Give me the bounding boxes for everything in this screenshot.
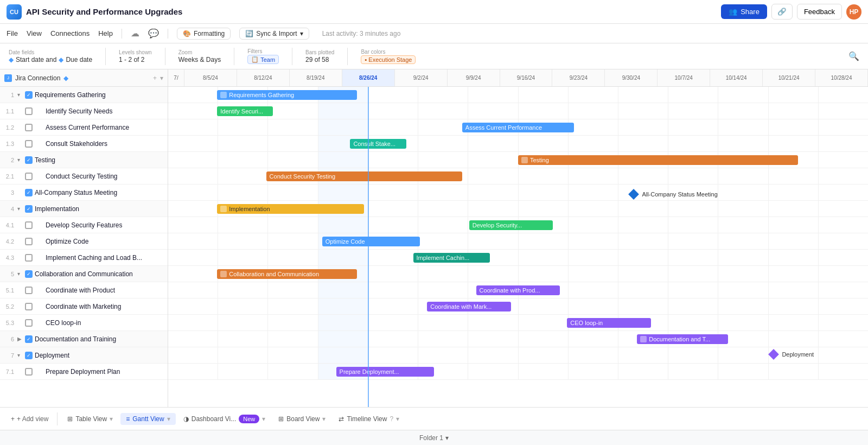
bar-ceo-loopin[interactable]: CEO loop-in	[567, 318, 651, 328]
zoom-filter[interactable]: Zoom Weeks & Days	[178, 49, 221, 63]
bar-implementation[interactable]: Implementation	[217, 204, 364, 214]
date-fields-filter[interactable]: Date fields ◆ Start date and ◆ Due date	[9, 49, 92, 63]
task-name-7-1[interactable]: Prepare Deployment Plan	[35, 368, 120, 376]
checkbox-4-1[interactable]	[25, 221, 33, 229]
checkbox-2[interactable]: ✓	[25, 156, 33, 164]
menu-divider-2	[168, 29, 168, 39]
expand-1[interactable]: ▾	[17, 92, 25, 98]
checkbox-5-3[interactable]	[25, 319, 33, 327]
date-909: 9/9/24	[448, 69, 500, 86]
today-line	[368, 87, 369, 407]
levels-filter[interactable]: Levels shown 1 - 2 of 2	[119, 49, 152, 63]
menu-view[interactable]: View	[27, 29, 42, 37]
task-name-5-3[interactable]: CEO loop-in	[35, 319, 81, 327]
menu-help[interactable]: Help	[98, 29, 113, 37]
task-row-4-1: 4.1 Develop Security Features	[0, 217, 168, 233]
expand-6[interactable]: ▶	[17, 336, 25, 342]
board-view-tab[interactable]: ⊞ Board View ▾	[273, 413, 331, 425]
sync-import-button[interactable]: 🔄 Sync & Import ▾	[239, 28, 309, 40]
checkbox-7-1[interactable]	[25, 368, 33, 376]
expand-2[interactable]: ▾	[17, 157, 25, 163]
filters-filter[interactable]: Filters 📋 Team	[247, 48, 279, 64]
link-button[interactable]: 🔗	[771, 4, 793, 20]
checkbox-7[interactable]: ✓	[25, 352, 33, 359]
expand-5[interactable]: ▾	[17, 271, 25, 277]
checkbox-4-2[interactable]	[25, 238, 33, 245]
task-name-7[interactable]: Deployment	[35, 352, 69, 359]
task-name-4-1[interactable]: Develop Security Features	[35, 221, 122, 229]
gantt-view-tab[interactable]: ≡ Gantt View ▾	[120, 413, 176, 425]
dashboard-view-tab[interactable]: ◑ Dashboard Vi... New ▾	[178, 412, 271, 425]
task-name-4[interactable]: Implementation	[35, 205, 79, 213]
date-812: 8/12/24	[237, 69, 290, 86]
checkbox-2-1[interactable]	[25, 173, 33, 180]
task-col-header: J Jira Connection ◆ + ▾	[0, 69, 168, 86]
task-name-2[interactable]: Testing	[35, 156, 55, 164]
column-settings-icon[interactable]: ▾	[160, 74, 163, 82]
checkbox-4-3[interactable]	[25, 254, 33, 262]
task-name-4-3[interactable]: Implement Caching and Load B...	[35, 254, 142, 262]
checkbox-1[interactable]: ✓	[25, 91, 33, 99]
new-badge: New	[239, 415, 259, 423]
task-name-1-1[interactable]: Identify Security Needs	[35, 107, 112, 115]
menu-connections[interactable]: Connections	[50, 29, 90, 37]
task-name-1[interactable]: Requirements Gathering	[35, 91, 106, 99]
task-name-2-1[interactable]: Conduct Security Testing	[35, 173, 118, 180]
expand-7[interactable]: ▾	[17, 352, 25, 358]
add-view-button[interactable]: + + Add view	[7, 413, 53, 425]
levels-value: 1 - 2 of 2	[119, 56, 152, 63]
expand-4[interactable]: ▾	[17, 206, 25, 212]
folder-bar[interactable]: Folder 1 ▾	[0, 430, 868, 445]
task-name-4-2[interactable]: Optimize Code	[35, 238, 88, 245]
bar-coord-marketing[interactable]: Coordinate with Mark...	[427, 302, 511, 312]
milestone-allcompany[interactable]: All-Company Status Meeting	[630, 190, 717, 198]
menu-file[interactable]: File	[7, 29, 18, 37]
checkbox-1-3[interactable]	[25, 140, 33, 148]
task-name-5-1[interactable]: Coordinate with Product	[35, 287, 115, 294]
checkbox-4[interactable]: ✓	[25, 205, 33, 213]
task-row-1-1: 1.1 Identify Security Needs	[0, 103, 168, 119]
checkbox-1-1[interactable]	[25, 107, 33, 115]
grid-row-7	[168, 185, 868, 201]
team-filter-tag[interactable]: 📋 Team	[247, 55, 279, 64]
task-name-6[interactable]: Documentation and Training	[35, 335, 116, 343]
bars-filter[interactable]: Bars plotted 29 of 58	[305, 49, 334, 63]
avatar[interactable]: HP	[846, 4, 861, 20]
task-name-3[interactable]: All-Company Status Meeting	[35, 189, 117, 196]
share-button[interactable]: 👥 Share	[721, 4, 767, 19]
bar-testing[interactable]: Testing	[518, 155, 798, 165]
task-name-5-2[interactable]: Coordinate with Marketing	[35, 303, 121, 310]
colors-filter[interactable]: Bar colors ▪ Execution Stage	[361, 49, 416, 64]
checkbox-5[interactable]: ✓	[25, 270, 33, 278]
bar-develop-security[interactable]: Develop Security...	[469, 220, 553, 230]
bar-documentation[interactable]: Documentation and T...	[637, 334, 728, 344]
bar-implement-caching[interactable]: Implement Cachin...	[413, 253, 490, 263]
bar-optimize-code[interactable]: Optimize Code	[322, 237, 420, 246]
bar-identify-security[interactable]: Identify Securi...	[217, 106, 273, 116]
feedback-button[interactable]: Feedback	[797, 4, 842, 20]
checkbox-3[interactable]: ✓	[25, 189, 33, 196]
formatting-button[interactable]: 🎨 Formatting	[177, 28, 231, 40]
execution-stage-tag[interactable]: ▪ Execution Stage	[361, 55, 416, 64]
bar-consult-stakeholders[interactable]: Consult Stake...	[350, 139, 406, 149]
checkbox-5-2[interactable]	[25, 303, 33, 310]
task-row-4: 4 ▾ ✓ Implementation	[0, 201, 168, 217]
search-icon[interactable]: 🔍	[848, 52, 859, 61]
task-name-5[interactable]: Collaboration and Communication	[35, 270, 133, 278]
bar-requirements-gathering[interactable]: Requirements Gathering	[217, 90, 357, 100]
bar-collaboration[interactable]: Collaboration and Communication	[217, 269, 357, 279]
bar-coord-product[interactable]: Coordinate with Prod...	[476, 285, 560, 295]
bar-assess-performance[interactable]: Assess Current Performance	[462, 123, 574, 132]
checkbox-5-1[interactable]	[25, 287, 33, 294]
grid-row-10	[168, 233, 868, 250]
checkbox-6[interactable]: ✓	[25, 335, 33, 343]
checkbox-1-2[interactable]	[25, 124, 33, 131]
milestone-deployment[interactable]: Deployment	[770, 351, 814, 358]
column-add-icon[interactable]: +	[153, 74, 157, 82]
task-name-1-2[interactable]: Assess Current Performance	[35, 124, 129, 131]
bar-prepare-deployment[interactable]: Prepare Deployment...	[336, 367, 435, 377]
bar-conduct-testing[interactable]: Conduct Security Testing	[266, 171, 462, 181]
task-name-1-3[interactable]: Consult Stakeholders	[35, 140, 107, 148]
table-view-tab[interactable]: ⊞ Table View ▾	[62, 413, 118, 425]
timeline-view-tab[interactable]: ⇄ Timeline View ? ▾	[333, 413, 405, 425]
